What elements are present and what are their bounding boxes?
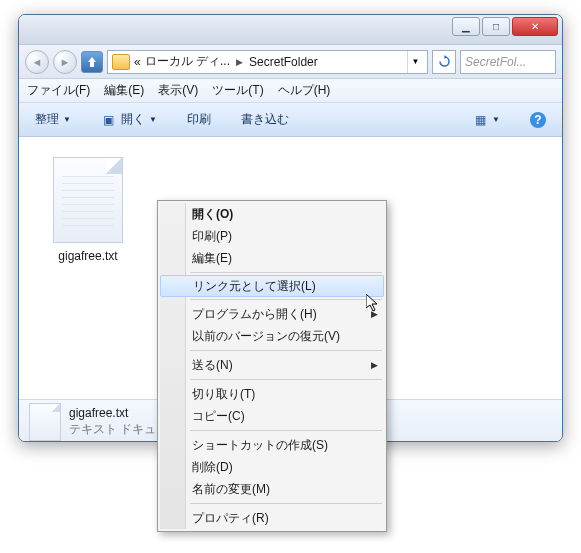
chevron-right-icon: ▶ — [236, 57, 243, 67]
file-item[interactable]: gigafree.txt — [33, 157, 143, 263]
ctx-delete[interactable]: 削除(D) — [160, 456, 384, 478]
up-arrow-icon — [86, 56, 98, 68]
submenu-arrow-icon: ▶ — [371, 309, 378, 319]
ctx-cut[interactable]: 切り取り(T) — [160, 383, 384, 405]
menu-file[interactable]: ファイル(F) — [27, 82, 90, 99]
toolbar: 整理 ▼ ▣ 開く ▼ 印刷 書き込む ▦ ▼ ? — [19, 103, 562, 137]
chevron-down-icon: ▼ — [63, 115, 71, 124]
write-button[interactable]: 書き込む — [233, 108, 297, 131]
help-icon: ? — [530, 112, 546, 128]
ctx-print[interactable]: 印刷(P) — [160, 225, 384, 247]
context-menu: 開く(O) 印刷(P) 編集(E) リンク元として選択(L) プログラムから開く… — [157, 200, 387, 532]
ctx-edit[interactable]: 編集(E) — [160, 247, 384, 269]
titlebar: ▁ □ ✕ — [19, 15, 562, 45]
separator — [190, 503, 382, 504]
ctx-open-with[interactable]: プログラムから開く(H)▶ — [160, 303, 384, 325]
breadcrumb-2[interactable]: SecretFolder — [249, 55, 318, 69]
ctx-send-to[interactable]: 送る(N)▶ — [160, 354, 384, 376]
print-button[interactable]: 印刷 — [179, 108, 219, 131]
separator — [190, 430, 382, 431]
chevron-down-icon: ▼ — [149, 115, 157, 124]
ctx-select-link[interactable]: リンク元として選択(L) — [160, 275, 384, 297]
help-button[interactable]: ? — [522, 109, 554, 131]
file-name: gigafree.txt — [33, 249, 143, 263]
separator — [190, 379, 382, 380]
menu-tool[interactable]: ツール(T) — [212, 82, 263, 99]
menu-help[interactable]: ヘルプ(H) — [278, 82, 331, 99]
separator — [190, 272, 382, 273]
ctx-copy[interactable]: コピー(C) — [160, 405, 384, 427]
details-type: テキスト ドキュ... — [69, 422, 166, 438]
view-icon: ▦ — [472, 112, 488, 128]
up-button[interactable] — [81, 51, 103, 73]
close-button[interactable]: ✕ — [512, 17, 558, 36]
ctx-open[interactable]: 開く(O) — [160, 203, 384, 225]
separator — [190, 299, 382, 300]
separator — [190, 350, 382, 351]
refresh-button[interactable] — [432, 50, 456, 74]
view-mode-button[interactable]: ▦ ▼ — [464, 109, 508, 131]
folder-icon — [112, 54, 130, 70]
ctx-rename[interactable]: 名前の変更(M) — [160, 478, 384, 500]
ctx-properties[interactable]: プロパティ(R) — [160, 507, 384, 529]
maximize-button[interactable]: □ — [482, 17, 510, 36]
organize-label: 整理 — [35, 111, 59, 128]
address-dropdown[interactable]: ▼ — [407, 51, 423, 73]
minimize-button[interactable]: ▁ — [452, 17, 480, 36]
open-label: 開く — [121, 111, 145, 128]
menu-view[interactable]: 表示(V) — [158, 82, 198, 99]
submenu-arrow-icon: ▶ — [371, 360, 378, 370]
text-file-icon — [53, 157, 123, 243]
organize-button[interactable]: 整理 ▼ — [27, 108, 79, 131]
back-button[interactable]: ◄ — [25, 50, 49, 74]
breadcrumb-1[interactable]: ローカル ディ... — [145, 53, 230, 70]
open-button[interactable]: ▣ 開く ▼ — [93, 108, 165, 131]
forward-button[interactable]: ► — [53, 50, 77, 74]
text-file-icon — [29, 403, 61, 441]
search-input[interactable]: SecretFol... — [460, 50, 556, 74]
address-bar[interactable]: « ローカル ディ... ▶ SecretFolder ▼ — [107, 50, 428, 74]
details-name: gigafree.txt — [69, 406, 166, 422]
ctx-restore[interactable]: 以前のバージョンの復元(V) — [160, 325, 384, 347]
menu-bar: ファイル(F) 編集(E) 表示(V) ツール(T) ヘルプ(H) — [19, 79, 562, 103]
chevron-down-icon: ▼ — [492, 115, 500, 124]
nav-row: ◄ ► « ローカル ディ... ▶ SecretFolder ▼ Secret… — [19, 45, 562, 79]
open-icon: ▣ — [101, 112, 117, 128]
breadcrumb-prefix: « — [134, 55, 141, 69]
menu-edit[interactable]: 編集(E) — [104, 82, 144, 99]
refresh-icon — [438, 55, 451, 68]
ctx-shortcut[interactable]: ショートカットの作成(S) — [160, 434, 384, 456]
